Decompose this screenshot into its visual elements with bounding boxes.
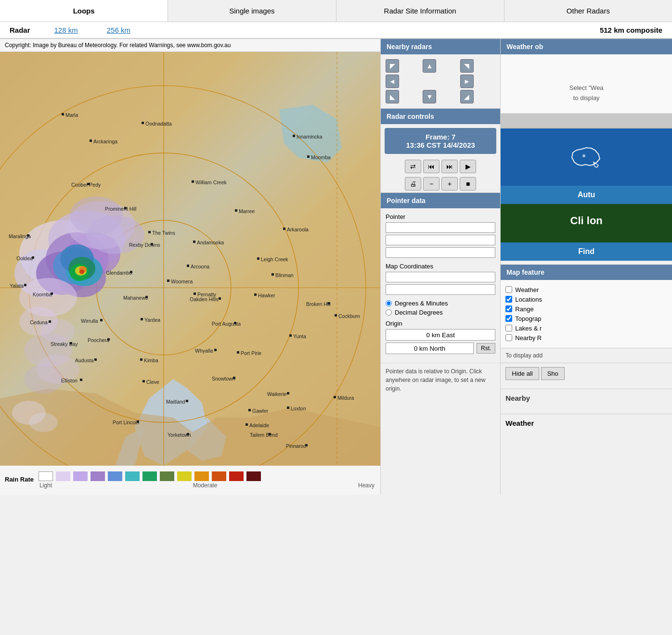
nav-other-radars[interactable]: Other Radars [504,0,672,22]
pointer-data-section: Pointer data Pointer Map Coordinates Deg… [381,193,500,397]
map-coord-field-1[interactable] [386,272,495,282]
origin-east-row [386,329,495,341]
nav-single-images[interactable]: Single images [168,0,336,22]
ctrl-print[interactable]: 🖨 [405,177,421,190]
show-button[interactable]: Sho [541,367,565,380]
sub-navigation: Radar 128 km 256 km 512 km composite [0,22,672,39]
ctrl-stop[interactable]: ■ [460,177,476,190]
map-coord-field-2[interactable] [386,284,495,295]
origin-east-input[interactable] [386,329,495,341]
feature-topography[interactable]: Topograp [505,315,667,322]
nearby-radars-header: Nearby radars [381,39,500,54]
ctrl-plus[interactable]: + [441,177,458,190]
main-content: Copyright: Image by Bureau of Meteorolog… [0,39,672,495]
ctrl-next[interactable]: ⏭ [441,160,458,173]
map-features-section: Map feature Weather Locations Range Top [501,265,672,348]
bottom-note: To display add [501,348,672,363]
ctrl-play[interactable]: ▶ [460,160,476,173]
ctrl-prev[interactable]: ⏮ [423,160,439,173]
legend-light: Light [39,482,52,489]
map-features-header: Map feature [501,265,672,280]
nav-arrow-w[interactable]: ◄ [386,75,399,88]
map-background [0,52,380,466]
feature-range[interactable]: Range [505,305,667,313]
radar-image-container[interactable]: 400 km [0,52,380,466]
decimal-degrees-radio-label[interactable]: Decimal Degrees [386,309,495,316]
nav-arrow-sw[interactable]: ◣ [386,90,399,103]
composite-label: 512 km composite [600,26,672,34]
origin-north-row: Rst. [386,343,495,354]
copyright-text: Copyright: Image by Bureau of Meteorolog… [5,42,231,49]
australia-map-box[interactable] [501,128,672,186]
legend-area: Rain Rate [0,466,380,495]
australia-icon [508,136,665,178]
pointer-field-3[interactable] [386,247,495,258]
feature-locations-label: Locations [515,296,542,303]
radar-controls-header: Radar controls [381,109,500,124]
radar-controls-section: Radar controls Frame: 7 13:36 CST 14/4/2… [381,109,500,193]
nav-arrow-s[interactable]: ▼ [423,90,436,103]
nearby-section: Nearby [501,389,672,409]
svg-point-138 [582,154,585,157]
legend-heavy: Heavy [358,482,375,489]
feature-lakes-checkbox[interactable] [505,325,512,331]
weather-right-section: Weather [501,414,672,427]
degrees-minutes-radio-label[interactable]: Degrees & Minutes [386,300,495,307]
ctrl-minus[interactable]: − [423,177,439,190]
autumn-promo-section: Autu Cli lon Find [501,186,672,261]
ctrl-toggle[interactable]: ⇄ [405,160,421,173]
rst-button[interactable]: Rst. [477,343,495,354]
control-buttons-row2: 🖨 − + ■ [381,175,500,192]
pointer-data-header: Pointer data [381,193,500,208]
feature-weather[interactable]: Weather [505,286,667,293]
nav-arrow-e[interactable]: ► [460,75,474,88]
pointer-field-1[interactable] [386,222,495,233]
autumn-header: Autu [501,186,672,204]
feature-topography-checkbox[interactable] [505,315,512,322]
middle-panel: Nearby radars ◤ ▲ ◥ ◄ ► ◣ ▼ ◢ Radar cont… [380,39,501,495]
pointer-field-2[interactable] [386,235,495,245]
origin-label: Origin [386,320,495,327]
decimal-degrees-label: Decimal Degrees [395,309,443,316]
nav-arrow-n[interactable]: ▲ [423,59,436,73]
feature-locations[interactable]: Locations [505,296,667,303]
nav-arrow-ne[interactable]: ◥ [460,59,474,73]
nav-arrow-nw[interactable]: ◤ [386,59,399,73]
feature-topography-label: Topograp [515,315,541,322]
decimal-degrees-radio[interactable] [386,309,392,316]
feature-nearby-radars-checkbox[interactable] [505,334,512,341]
feature-lakes[interactable]: Lakes & r [505,325,667,332]
weather-obs-header: Weather ob [501,39,672,54]
degrees-minutes-label: Degrees & Minutes [395,300,448,307]
link-128km[interactable]: 128 km [40,26,92,34]
nearby-radars-grid: ◤ ▲ ◥ ◄ ► ◣ ▼ ◢ [381,54,500,108]
control-buttons-row1: ⇄ ⏮ ⏭ ▶ [381,158,500,175]
feature-nearby-radars[interactable]: Nearby R [505,334,667,342]
feature-lakes-label: Lakes & r [515,325,542,332]
pointer-note: Pointer data is relative to Origin. Clic… [381,363,500,397]
find-button[interactable]: Find [501,242,672,261]
feature-range-checkbox[interactable] [505,305,512,312]
nav-loops[interactable]: Loops [0,0,168,22]
nearby-radars-section: Nearby radars ◤ ▲ ◥ ◄ ► ◣ ▼ ◢ [381,39,500,109]
frame-info: Frame: 7 13:36 CST 14/4/2023 [385,128,496,154]
australia-svg [567,140,606,169]
origin-north-input[interactable] [386,343,474,354]
weather-obs-content: Select "Weato display [501,54,672,114]
degrees-minutes-radio[interactable] [386,300,392,306]
top-navigation: Loops Single images Radar Site Informati… [0,0,672,22]
link-256km[interactable]: 256 km [92,26,145,34]
feature-weather-checkbox[interactable] [505,286,512,293]
autumn-content: Cli lon [501,204,672,242]
radar-map[interactable]: 400 km [0,52,380,466]
nearby-header-text: Nearby [505,394,667,402]
hide-all-button[interactable]: Hide all [505,367,539,380]
weather-select-note: Select "Weato display [569,84,604,102]
nav-arrow-center [423,75,436,88]
nav-arrow-se[interactable]: ◢ [460,90,474,103]
feature-locations-checkbox[interactable] [505,296,512,303]
nav-radar-site-info[interactable]: Radar Site Information [336,0,504,22]
legend-title: Rain Rate [5,476,34,483]
feature-range-label: Range [515,305,533,313]
far-right-panel: Weather ob Select "Weato display [501,39,672,495]
